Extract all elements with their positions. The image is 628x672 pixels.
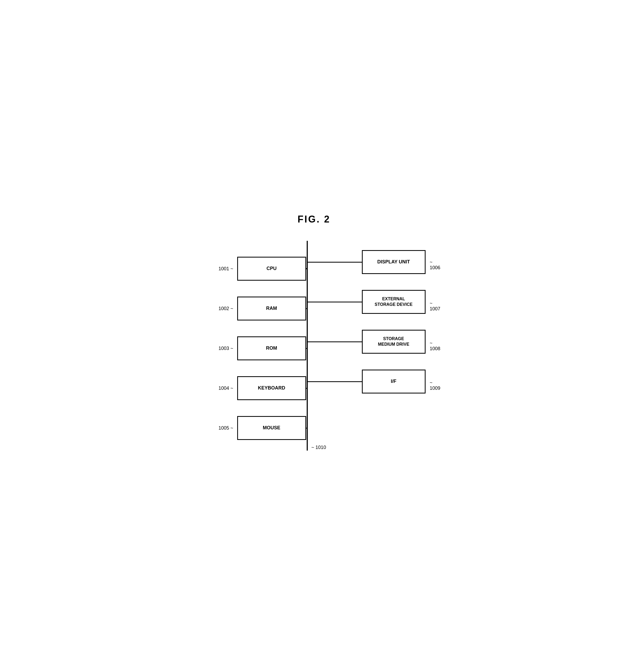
ref-1006: ~ 1006 (430, 259, 441, 270)
mouse-box: MOUSE (237, 416, 306, 440)
keyboard-box: KEYBOARD (237, 376, 306, 400)
bus-line (307, 241, 308, 451)
ref-1003: 1003 ~ (219, 346, 233, 351)
h-line-keyboard (306, 388, 307, 389)
if-box: I/F (362, 369, 426, 393)
ref-1004: 1004 ~ (219, 385, 233, 391)
h-line-display (307, 262, 362, 263)
c1 (306, 268, 307, 269)
diagram-body: CPU 1001 ~ RAM 1002 ~ ROM 1003 ~ KEYBOAR… (211, 241, 418, 458)
h-line-ram (306, 308, 307, 309)
storage-medium-box: STORAGE MEDIUM DRIVE (362, 330, 426, 354)
external-storage-box: EXTERNAL STORAGE DEVICE (362, 290, 426, 314)
ref-1005: 1005 ~ (219, 425, 233, 431)
figure-title: FIG. 2 (211, 214, 418, 225)
diagram-container: FIG. 2 CPU 1001 ~ RAM 1002 ~ ROM 1003 ~ (195, 203, 433, 469)
ref-1002: 1002 ~ (219, 306, 233, 311)
rom-box: ROM (237, 336, 306, 360)
ref-1007: ~ 1007 (430, 301, 441, 312)
cpu-box: CPU (237, 257, 306, 281)
h-line-if (307, 381, 362, 382)
ref-1008: ~ 1008 (430, 340, 441, 352)
ref-1001: 1001 ~ (219, 266, 233, 272)
h-line-storage (307, 341, 362, 342)
ref-1010: ~ 1010 (311, 445, 326, 450)
h-line-external (307, 302, 362, 303)
ref-1009: ~ 1009 (430, 380, 441, 391)
ram-box: RAM (237, 296, 306, 320)
h-line-rom (306, 348, 307, 349)
h-line-mouse (306, 428, 307, 429)
display-unit-box: DISPLAY UNIT (362, 250, 426, 274)
